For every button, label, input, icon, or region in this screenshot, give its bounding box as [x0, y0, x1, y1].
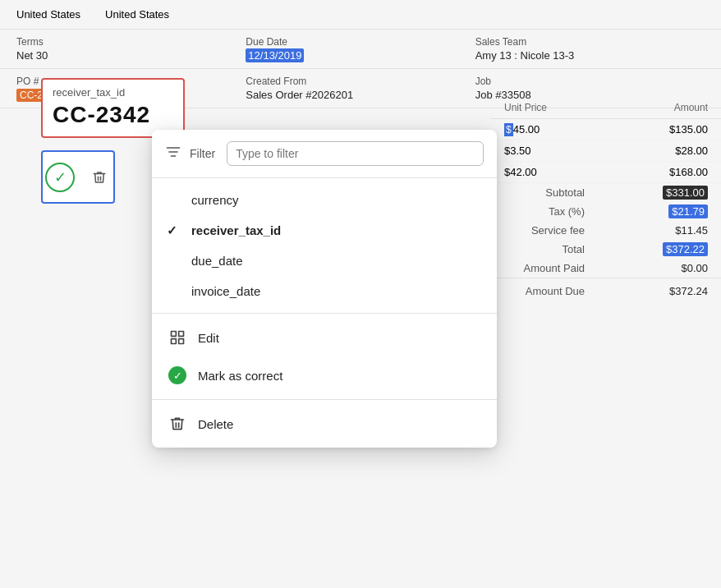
delete-label: Delete: [198, 417, 233, 431]
sales-team-label: Sales Team: [475, 36, 705, 48]
amount-due-value: $372.24: [598, 278, 721, 301]
amount-header: Amount: [674, 102, 708, 113]
due-date-label: due_date: [191, 254, 243, 268]
item-3-amount: $168.00: [669, 166, 708, 178]
svg-rect-3: [172, 332, 177, 337]
invoice-fields-row: Terms Net 30 Due Date 12/13/2019 Sales T…: [0, 30, 721, 69]
right-country: United States: [105, 8, 169, 21]
created-from-label: Created From: [246, 76, 475, 87]
total-value: $372.22: [598, 240, 721, 259]
svg-rect-4: [179, 332, 184, 337]
edit-label: Edit: [198, 331, 219, 345]
subtotal-value: $331.00: [598, 183, 721, 202]
trash-icon: [168, 415, 186, 433]
summary-table: Subtotal $331.00 Tax (%) $21.79 Service …: [491, 183, 721, 301]
subtotal-label: Subtotal: [491, 183, 598, 202]
green-check-circle: ✓: [168, 366, 186, 384]
filter-label: Filter: [190, 147, 215, 160]
created-from-value: Sales Order #2026201: [246, 89, 475, 101]
item-2-amount: $28.00: [675, 145, 708, 157]
items-rows: $45.00 $135.00 $3.50 $28.00 $42.00 $168.…: [491, 119, 721, 183]
terms-value: Net 30: [16, 49, 246, 62]
checkmark-icon: ✓: [167, 223, 177, 238]
amount-due-label: Amount Due: [491, 278, 598, 301]
action-items-section: Edit ✓ Mark as correct: [152, 314, 497, 400]
receiver-tax-id-label: receiver_tax_id: [191, 223, 281, 237]
service-fee-label: Service fee: [491, 221, 598, 240]
service-fee-value: $11.45: [598, 221, 721, 240]
right-panel: Unit Price Amount $45.00 $135.00 $3.50 $…: [491, 97, 721, 301]
unit-price-header: Unit Price: [504, 102, 547, 113]
dropdown-panel: Filter currency ✓ receiver_tax_id due_da…: [152, 130, 497, 448]
left-country: United States: [16, 8, 80, 21]
terms-col: Terms Net 30: [16, 36, 246, 62]
menu-items-section: currency ✓ receiver_tax_id due_date invo…: [152, 178, 497, 314]
amount-paid-row: Amount Paid $0.00: [491, 259, 721, 278]
edit-action[interactable]: Edit: [152, 319, 497, 356]
tax-row: Tax (%) $21.79: [491, 202, 721, 221]
check-button[interactable]: ✓: [45, 163, 75, 192]
due-date-value: 12/13/2019: [246, 49, 475, 62]
menu-item-invoice-date[interactable]: invoice_date: [152, 276, 497, 306]
amount-paid-value: $0.00: [598, 259, 721, 278]
action-box: ✓: [41, 150, 115, 204]
item-3-unit-price: $42.00: [504, 166, 537, 178]
invoice-date-label: invoice_date: [191, 284, 260, 298]
subtotal-highlight: $331.00: [663, 186, 708, 200]
items-header: Unit Price Amount: [491, 97, 721, 119]
item-1-unit-price: $45.00: [504, 123, 540, 136]
job-label: Job: [475, 76, 705, 87]
amount-due-row: Amount Due $372.24: [491, 278, 721, 301]
item-row-2: $3.50 $28.00: [491, 140, 721, 162]
due-date-col: Due Date 12/13/2019: [246, 36, 475, 62]
total-row: Total $372.22: [491, 240, 721, 259]
currency-label: currency: [191, 193, 239, 207]
service-fee-row: Service fee $11.45: [491, 221, 721, 240]
sales-team-col: Sales Team Amy 13 : Nicole 13-3: [475, 36, 705, 62]
item-row-1: $45.00 $135.00: [491, 119, 721, 140]
sales-team-value: Amy 13 : Nicole 13-3: [475, 49, 705, 62]
mark-correct-label: Mark as correct: [198, 369, 282, 383]
svg-rect-5: [172, 339, 177, 344]
subtotal-row: Subtotal $331.00: [491, 183, 721, 202]
dollar-highlight-1: $: [504, 123, 513, 136]
amount-paid-label: Amount Paid: [491, 259, 598, 278]
check-icon: ✓: [54, 170, 67, 185]
due-date-label: Due Date: [246, 36, 475, 48]
trash-icon-small: [92, 170, 107, 185]
mark-correct-action[interactable]: ✓ Mark as correct: [152, 356, 497, 394]
delete-action[interactable]: Delete: [152, 405, 497, 443]
item-1-amount: $135.00: [669, 123, 708, 136]
check-circle-icon: ✓: [168, 366, 186, 384]
edit-icon: [168, 328, 186, 347]
svg-rect-6: [179, 339, 184, 344]
total-label: Total: [491, 240, 598, 259]
tax-label: Tax (%): [491, 202, 598, 221]
item-row-3: $42.00 $168.00: [491, 162, 721, 183]
menu-item-receiver-tax-id[interactable]: ✓ receiver_tax_id: [152, 215, 497, 246]
item-2-unit-price: $3.50: [504, 145, 531, 157]
created-from-col: Created From Sales Order #2026201: [246, 76, 475, 101]
total-highlight: $372.22: [663, 242, 708, 256]
terms-label: Terms: [16, 36, 246, 48]
menu-item-currency[interactable]: currency: [152, 185, 497, 215]
tax-id-field-name: receiver_tax_id: [53, 86, 173, 99]
filter-lines-icon: [165, 144, 181, 164]
countries-row: United States United States: [0, 0, 721, 30]
tax-value: $21.79: [598, 202, 721, 221]
filter-input[interactable]: [227, 141, 484, 166]
filter-row: Filter: [152, 130, 497, 178]
delete-button-small[interactable]: [88, 166, 111, 189]
due-date-highlight: 12/13/2019: [246, 48, 304, 62]
delete-section: Delete: [152, 400, 497, 448]
tax-id-field-value: CC-2342: [53, 102, 173, 128]
tax-highlight: $21.79: [668, 204, 708, 218]
menu-item-due-date[interactable]: due_date: [152, 246, 497, 276]
